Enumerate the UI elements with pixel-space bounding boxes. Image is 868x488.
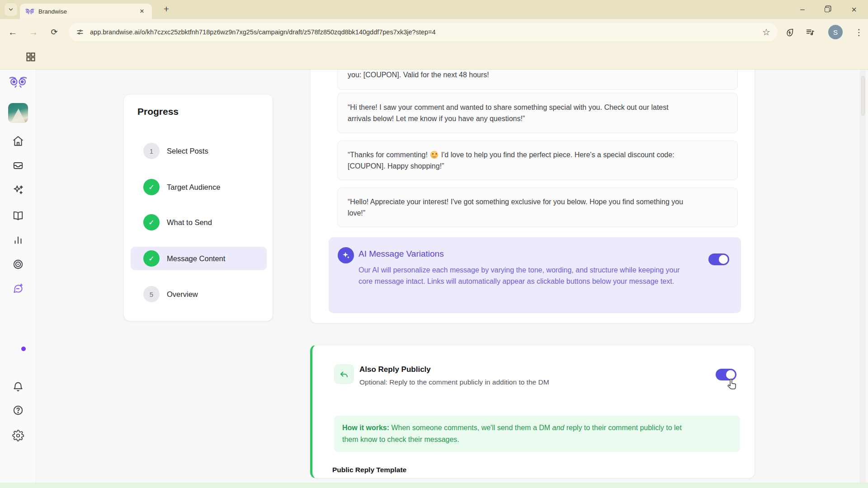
message-text: “Thanks for commenting! I'd love to help… — [348, 149, 689, 172]
message-text: “Hello! Appreciate your interest! I've g… — [348, 196, 689, 219]
page-scrollbar[interactable] — [860, 70, 866, 488]
sidebar-help-button[interactable] — [12, 404, 24, 416]
tab-close-button[interactable]: × — [137, 7, 146, 16]
message-variation-card[interactable]: “Hi there! I saw your comment and wanted… — [337, 93, 738, 133]
step-check-icon: ✓ — [143, 214, 160, 230]
step-label: Message Content — [167, 254, 225, 263]
step-label: Select Posts — [167, 147, 208, 155]
window-close-button[interactable]: × — [846, 2, 862, 17]
public-reply-template-label: Public Reply Template — [332, 466, 406, 474]
message-content-section: you: [COUPON]. Valid for the next 48 hou… — [310, 40, 755, 324]
book-open-icon — [12, 210, 24, 221]
app-sidebar: S — [0, 70, 36, 488]
media-controls-button[interactable] — [803, 25, 817, 39]
browser-toolbar: ← → ⟳ app.brandwise.ai/o/kh7czxc25zbktfn… — [0, 19, 868, 45]
forward-button[interactable]: → — [26, 25, 41, 39]
step-overview[interactable]: 5 Overview — [131, 282, 267, 306]
bottom-section-edge — [0, 483, 868, 488]
message-variation-card[interactable]: “Hello! Appreciate your interest! I've g… — [337, 188, 738, 227]
sidebar-campaigns-button[interactable] — [12, 258, 24, 270]
step-number-badge: 1 — [143, 143, 160, 159]
tab-search-chevron-button[interactable] — [5, 3, 17, 16]
message-text: “Hi there! I saw your comment and wanted… — [348, 102, 689, 124]
also-reply-publicly-section: Also Reply Publicly Optional: Reply to t… — [310, 345, 755, 479]
energy-saver-icon[interactable] — [782, 25, 797, 39]
step-check-icon: ✓ — [143, 179, 160, 195]
sidebar-inbox-button[interactable] — [12, 160, 24, 171]
apps-grid-icon — [25, 52, 36, 62]
mouse-cursor — [727, 378, 739, 390]
sparkles-icon — [12, 184, 24, 196]
ai-message-variations-box: AI Message Variations Our AI will person… — [329, 237, 741, 313]
how-it-works-box: How it works: When someone comments, we'… — [334, 416, 740, 452]
browser-tab-strip: Brandwise × + – × — [0, 0, 868, 19]
playlist-music-icon — [805, 27, 815, 37]
owl-logo-icon — [9, 76, 27, 88]
profile-initial: S — [833, 28, 838, 36]
scrollbar-thumb[interactable] — [861, 76, 865, 116]
ai-variations-description: Our AI will personalize each message by … — [359, 264, 684, 287]
sidebar-settings-button[interactable] — [12, 430, 24, 441]
message-variation-card[interactable]: “Thanks for commenting! I'd love to help… — [337, 141, 738, 180]
sidebar-library-button[interactable] — [12, 210, 24, 221]
restore-icon — [825, 7, 830, 12]
step-number-badge: 5 — [143, 286, 160, 302]
how-it-works-text: How it works: When someone comments, we'… — [342, 422, 687, 446]
reply-publicly-subtitle: Optional: Reply to the comment publicly … — [359, 378, 549, 386]
reload-button[interactable]: ⟳ — [47, 25, 61, 39]
step-label: Overview — [167, 290, 198, 299]
window-minimize-button[interactable]: – — [795, 2, 810, 17]
workspace-avatar-image — [8, 103, 28, 123]
step-check-icon: ✓ — [143, 250, 160, 267]
reply-icon-badge — [334, 364, 354, 384]
sidebar-ai-chat-button[interactable] — [12, 283, 24, 295]
step-target-audience[interactable]: ✓ Target Audience — [131, 175, 267, 199]
back-button[interactable]: ← — [5, 25, 20, 39]
url-text: app.brandwise.ai/o/kh7czxc25zbktfnh718pz… — [90, 28, 762, 36]
home-icon — [12, 135, 24, 147]
step-label: Target Audience — [167, 183, 220, 192]
workspace-avatar[interactable] — [8, 103, 28, 123]
ai-sparkle-badge — [338, 247, 354, 263]
bookmark-star-icon[interactable]: ☆ — [762, 27, 770, 38]
notification-dot — [21, 347, 26, 351]
site-info-tune-icon[interactable] — [76, 28, 84, 36]
bell-icon — [12, 381, 24, 393]
brandwise-owl-favicon — [25, 8, 34, 14]
help-circle-icon — [12, 404, 24, 416]
step-label: What to Send — [167, 218, 212, 227]
reply-publicly-title: Also Reply Publicly — [359, 365, 431, 374]
progress-panel: Progress 1 Select Posts ✓ Target Audienc… — [123, 94, 273, 321]
inbox-icon — [12, 160, 24, 171]
smiling-emoji — [430, 151, 438, 159]
sidebar-ai-button[interactable] — [12, 184, 24, 196]
window-restore-button[interactable] — [819, 2, 835, 17]
sparkle-icon — [341, 250, 351, 260]
address-bar[interactable]: app.brandwise.ai/o/kh7czxc25zbktfnh718pz… — [69, 23, 778, 41]
ai-variations-toggle[interactable] — [708, 253, 729, 265]
sidebar-home-button[interactable] — [12, 135, 24, 147]
bar-chart-icon — [12, 234, 24, 246]
ai-variations-title: AI Message Variations — [359, 249, 444, 259]
tab-title: Brandwise — [38, 8, 137, 15]
progress-title: Progress — [137, 106, 179, 117]
sidebar-notifications-button[interactable] — [12, 381, 24, 393]
bookmarks-bar — [0, 45, 868, 70]
apps-grid-button[interactable] — [25, 52, 36, 62]
reply-arrow-icon — [339, 369, 349, 380]
step-select-posts[interactable]: 1 Select Posts — [131, 139, 267, 163]
chevron-down-icon — [8, 6, 14, 13]
message-text: you: [COUPON]. Valid for the next 48 hou… — [348, 69, 489, 80]
brandwise-logo[interactable] — [9, 76, 27, 88]
sidebar-analytics-button[interactable] — [12, 234, 24, 246]
target-icon — [12, 258, 24, 270]
browser-menu-button[interactable]: ⋮ — [852, 25, 866, 39]
chat-sparkle-icon — [12, 283, 24, 295]
step-what-to-send[interactable]: ✓ What to Send — [131, 211, 267, 234]
gear-icon — [12, 430, 24, 441]
step-message-content[interactable]: ✓ Message Content — [131, 247, 267, 270]
new-tab-button[interactable]: + — [159, 2, 174, 16]
browser-tab-brandwise[interactable]: Brandwise × — [20, 4, 152, 19]
profile-avatar[interactable]: S — [828, 25, 843, 39]
leaf-icon — [785, 28, 794, 37]
